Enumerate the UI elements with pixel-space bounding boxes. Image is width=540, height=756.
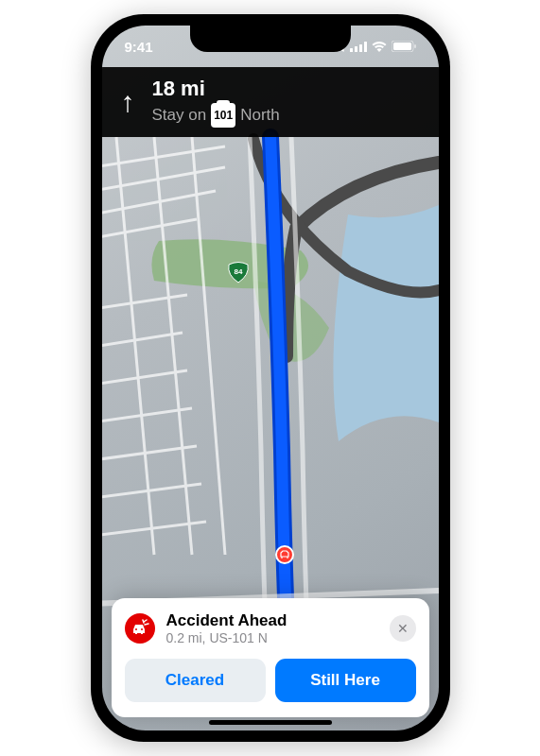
water-area [333,205,439,441]
svg-rect-2 [359,44,362,52]
svg-point-8 [276,546,293,563]
still-here-button[interactable]: Still Here [275,659,416,702]
signal-icon [350,42,367,52]
street-grid [102,137,225,555]
screen: 9:41 ◀ ↑ 18 mi Stay on 101 North 84 [102,26,439,730]
svg-rect-5 [393,43,411,50]
svg-rect-6 [414,44,416,48]
close-button[interactable]: ✕ [390,615,416,642]
navigation-banner: ↑ 18 mi Stay on 101 North [102,67,439,137]
alert-subtitle: 0.2 mi, US-101 N [166,630,378,645]
battery-icon [392,41,416,52]
phone-frame: 9:41 ◀ ↑ 18 mi Stay on 101 North 84 [91,14,450,742]
home-indicator[interactable] [209,720,332,725]
svg-rect-0 [350,48,353,52]
incident-alert-card: Accident Ahead 0.2 mi, US-101 N ✕ Cleare… [112,598,429,717]
status-time: 9:41 [125,39,153,55]
route-shield-icon: 101 [211,103,235,128]
svg-rect-3 [364,42,367,52]
svg-rect-1 [355,46,357,52]
cleared-button[interactable]: Cleared [125,659,266,702]
alert-title: Accident Ahead [166,611,378,630]
accident-icon [125,613,155,644]
road-parallel [250,137,266,630]
incident-marker-icon[interactable] [276,546,293,563]
close-icon: ✕ [397,621,409,636]
instruction-prefix: Stay on [152,106,207,125]
wifi-icon [372,42,387,52]
direction-arrow-icon: ↑ [121,86,135,118]
notch [190,26,351,52]
svg-text:84: 84 [234,267,242,276]
nav-instruction: Stay on 101 North [152,103,280,128]
nav-distance: 18 mi [152,77,280,101]
instruction-suffix: North [240,106,280,125]
